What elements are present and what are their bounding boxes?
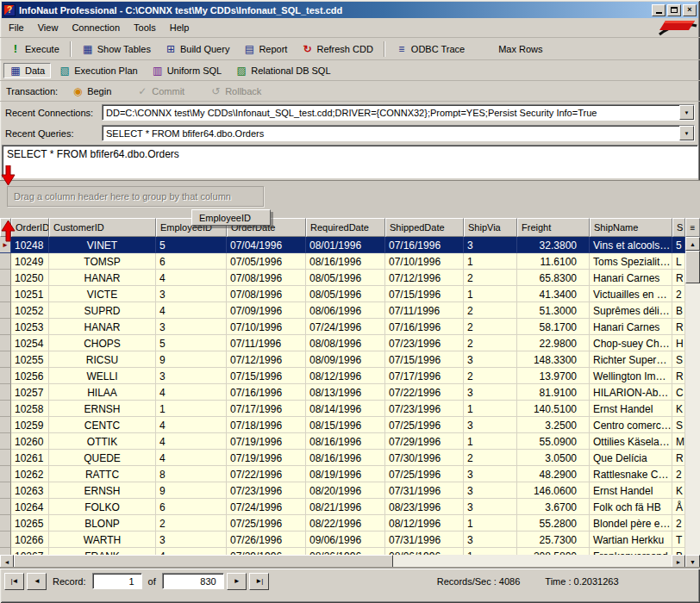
- title-bar[interactable]: ? InfoNaut Professional - C:\CONNX test\…: [2, 2, 698, 18]
- grid-cell[interactable]: 4: [156, 433, 227, 450]
- grid-cell[interactable]: SUPRD: [49, 302, 156, 319]
- grid-cell[interactable]: TOMSP: [49, 253, 156, 270]
- sql-editor[interactable]: SELECT * FROM bfifer64.dbo.Orders: [2, 145, 698, 178]
- column-header-requireddate[interactable]: RequiredDate: [306, 218, 385, 237]
- grid-cell[interactable]: 08/13/1996: [306, 384, 385, 401]
- grid-row[interactable]: 10260OTTIK407/19/199608/16/199607/29/199…: [0, 433, 685, 450]
- uniform-sql-button[interactable]: ▥ Uniform SQL: [146, 63, 228, 78]
- grid-cell[interactable]: Richter Supermarkt: [590, 351, 672, 368]
- grid-cell[interactable]: 3: [464, 417, 517, 433]
- grid-cell[interactable]: 10255: [11, 351, 49, 368]
- grid-cell[interactable]: 2: [672, 466, 685, 482]
- grid-cell[interactable]: 148.3300: [517, 351, 590, 368]
- scroll-right-button[interactable]: ►: [672, 555, 685, 569]
- grid-cell[interactable]: 08/01/1996: [306, 237, 385, 253]
- grid-cell[interactable]: Hanari Carnes: [590, 319, 672, 335]
- grid-cell[interactable]: OTTIK: [49, 433, 156, 450]
- grid-cell[interactable]: 07/22/1996: [385, 384, 464, 401]
- menu-tools[interactable]: Tools: [127, 20, 163, 35]
- grid-cell[interactable]: 10248: [11, 237, 49, 253]
- grid-cell[interactable]: 07/15/1996: [385, 351, 464, 368]
- grid-cell[interactable]: 2: [156, 515, 227, 532]
- grid-cell[interactable]: Victuailles en stock: [590, 286, 672, 302]
- grid-cell[interactable]: 10266: [11, 532, 49, 548]
- grid-cell[interactable]: 10265: [11, 515, 49, 532]
- grid-cell[interactable]: RICSU: [49, 351, 156, 368]
- grid-cell[interactable]: 07/31/1996: [385, 532, 464, 548]
- grid-cell[interactable]: 3: [464, 499, 517, 515]
- refresh-cdd-button[interactable]: ↻ Refresh CDD: [295, 41, 378, 57]
- column-header-shipname[interactable]: ShipName: [590, 218, 672, 237]
- grid-row[interactable]: ►10248VINET507/04/199608/01/199607/16/19…: [0, 237, 685, 253]
- grid-cell[interactable]: 10267: [11, 548, 49, 555]
- grid-cell[interactable]: C: [672, 384, 685, 401]
- grid-cell[interactable]: 4: [156, 302, 227, 319]
- grid-cell[interactable]: 3: [464, 482, 517, 499]
- grid-cell[interactable]: 07/25/1996: [385, 466, 464, 482]
- grid-cell[interactable]: 07/19/1996: [227, 450, 306, 466]
- dropdown-arrow-icon[interactable]: ▼: [679, 126, 694, 140]
- grid-cell[interactable]: 08/08/1996: [306, 335, 385, 351]
- grid-cell[interactable]: R: [672, 319, 685, 335]
- column-header-partial[interactable]: S: [672, 218, 685, 237]
- grid-cell[interactable]: ERNSH: [49, 401, 156, 417]
- grid-cell[interactable]: 10262: [11, 466, 49, 482]
- grid-row[interactable]: 10261QUEDE407/19/199608/16/199607/30/199…: [0, 450, 685, 466]
- column-chooser-button[interactable]: ≡: [685, 218, 700, 237]
- grid-cell[interactable]: 13.9700: [517, 368, 590, 384]
- grid-cell[interactable]: Rattlesnake Canyon Grocery: [590, 466, 672, 482]
- grid-cell[interactable]: 10259: [11, 417, 49, 433]
- grid-cell[interactable]: K: [672, 482, 685, 499]
- grid-cell[interactable]: S: [672, 417, 685, 433]
- grid-cell[interactable]: 2: [464, 450, 517, 466]
- grid-cell[interactable]: 07/11/1996: [227, 335, 306, 351]
- recent-queries-combobox[interactable]: SELECT * FROM bfifer64.dbo.Orders ▼: [102, 125, 695, 141]
- grid-cell[interactable]: 146.0600: [517, 482, 590, 499]
- close-button[interactable]: ×: [683, 4, 697, 16]
- grid-row[interactable]: 10264FOLKO607/24/199608/21/199608/23/199…: [0, 499, 685, 515]
- grid-cell[interactable]: H: [672, 335, 685, 351]
- grid-cell[interactable]: Å: [672, 499, 685, 515]
- grid-cell[interactable]: Toms Spezialitäten: [590, 253, 672, 270]
- grid-cell[interactable]: 51.3000: [517, 302, 590, 319]
- grid-row[interactable]: 10257HILAA407/16/199608/13/199607/22/199…: [0, 384, 685, 401]
- grid-cell[interactable]: 07/08/1996: [227, 286, 306, 302]
- next-record-button[interactable]: ►: [227, 573, 247, 590]
- grid-cell[interactable]: 07/25/1996: [385, 417, 464, 433]
- grid-cell[interactable]: 9: [156, 351, 227, 368]
- grid-cell[interactable]: 07/15/1996: [385, 286, 464, 302]
- grid-cell[interactable]: Wartian Herkku: [590, 532, 672, 548]
- grid-cell[interactable]: 07/04/1996: [227, 237, 306, 253]
- grid-cell[interactable]: 08/12/1996: [306, 368, 385, 384]
- column-header-shipvia[interactable]: ShipVia: [464, 218, 517, 237]
- grid-cell[interactable]: R: [672, 450, 685, 466]
- grid-cell[interactable]: 4: [156, 384, 227, 401]
- grid-cell[interactable]: 1: [464, 286, 517, 302]
- grid-cell[interactable]: 41.3400: [517, 286, 590, 302]
- grid-cell[interactable]: 10263: [11, 482, 49, 499]
- grid-cell[interactable]: 3: [464, 351, 517, 368]
- grid-cell[interactable]: 07/15/1996: [227, 368, 306, 384]
- grid-cell[interactable]: 4: [156, 548, 227, 555]
- grid-cell[interactable]: 10253: [11, 319, 49, 335]
- grid-cell[interactable]: HILAA: [49, 384, 156, 401]
- grid-cell[interactable]: 08/05/1996: [306, 286, 385, 302]
- grid-row[interactable]: 10266WARTH307/26/199609/06/199607/31/199…: [0, 532, 685, 548]
- data-tab-button[interactable]: ▦ Data: [3, 63, 51, 78]
- grid-row[interactable]: 10256WELLI307/15/199608/12/199607/17/199…: [0, 368, 685, 384]
- grid-cell[interactable]: 10254: [11, 335, 49, 351]
- grid-cell[interactable]: Que Delícia: [590, 450, 672, 466]
- grid-cell[interactable]: 6: [156, 253, 227, 270]
- grid-cell[interactable]: 08/19/1996: [306, 466, 385, 482]
- maximize-button[interactable]: [667, 4, 681, 16]
- scroll-up-button[interactable]: ▲: [685, 237, 700, 251]
- grid-cell[interactable]: 10260: [11, 433, 49, 450]
- grid-cell[interactable]: CENTC: [49, 417, 156, 433]
- grid-cell[interactable]: 11.6100: [517, 253, 590, 270]
- grid-cell[interactable]: 07/29/1996: [385, 433, 464, 450]
- grid-cell[interactable]: Ottilies Käseladen: [590, 433, 672, 450]
- grid-cell[interactable]: S: [672, 351, 685, 368]
- dropdown-arrow-icon[interactable]: ▼: [679, 105, 694, 120]
- grid-cell[interactable]: 07/31/1996: [385, 482, 464, 499]
- grid-cell[interactable]: 07/11/1996: [385, 302, 464, 319]
